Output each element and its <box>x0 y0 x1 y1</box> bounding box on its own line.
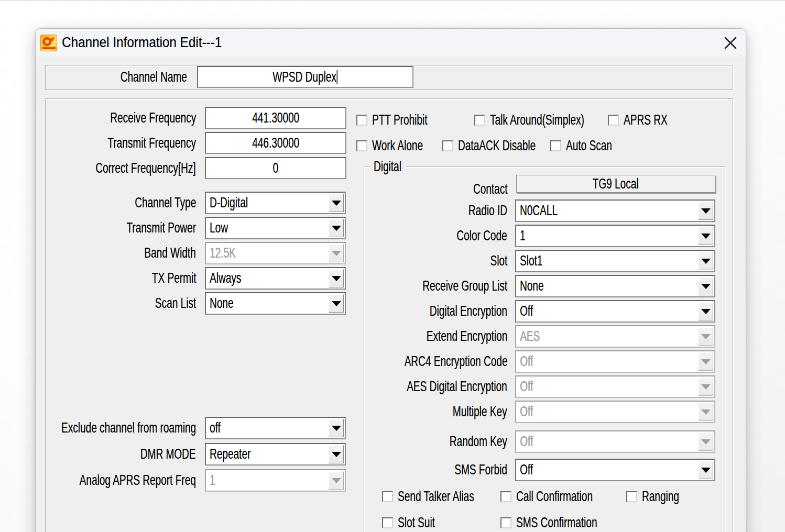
radio-id-select[interactable]: N0CALL <box>515 199 715 222</box>
tx-permit-label-text: TX Permit <box>151 270 196 286</box>
transmit-power-value-text: Low <box>210 218 228 238</box>
digital-encryption-select[interactable]: Off <box>515 300 715 323</box>
extend-encryption-value-text: AES <box>520 326 540 346</box>
multiple-key-value-text: Off <box>520 402 533 422</box>
band-width-value-text: 12.5K <box>210 243 236 263</box>
receive-frequency-value-text: 441.30000 <box>252 109 299 126</box>
dropdown-button <box>329 244 344 262</box>
checkbox-box[interactable] <box>500 491 511 502</box>
aes-digital-encryption-value-text: Off <box>520 376 533 396</box>
checkbox-label: PTT Prohibit <box>372 109 453 131</box>
color-code-label: Color Code <box>371 225 507 247</box>
checkbox-label: Call Confirmation <box>516 485 629 507</box>
dropdown-button[interactable] <box>329 194 344 212</box>
exclude-roaming-value-text: off <box>210 418 221 438</box>
contact-label: Contact <box>371 178 507 200</box>
dropdown-arrow-icon <box>332 301 341 306</box>
tx-permit-select[interactable]: Always <box>205 267 346 290</box>
dmr-mode-select[interactable]: Repeater <box>205 443 346 465</box>
multiple-key-label: Multiple Key <box>371 401 507 423</box>
arc4-encryption-code-label-text: ARC4 Encryption Code <box>404 353 507 370</box>
aprs-rx-label-text: APRS RX <box>624 109 668 131</box>
checkbox-box[interactable] <box>442 140 453 151</box>
exclude-roaming-label-text: Exclude channel from roaming <box>61 419 196 436</box>
dropdown-arrow-icon <box>701 439 711 445</box>
aes-digital-encryption-label: AES Digital Encryption <box>371 375 507 397</box>
page-top-line <box>0 0 785 1</box>
transmit-power-select[interactable]: Low <box>205 217 346 239</box>
analog-aprs-report-freq-select: 1 <box>205 469 346 492</box>
tx-permit-label: TX Permit <box>51 267 196 289</box>
analog-aprs-report-freq-label-text: Analog APRS Report Freq <box>80 472 196 489</box>
color-code-select[interactable]: 1 <box>515 225 715 247</box>
dropdown-button[interactable] <box>698 227 713 245</box>
checkbox-box[interactable] <box>382 491 393 502</box>
dataack-disable-label-text: DataACK Disable <box>458 135 536 157</box>
arc4-encryption-code-select: Off <box>515 350 715 373</box>
receive-group-list-select[interactable]: None <box>515 275 715 297</box>
checkbox-box[interactable] <box>550 140 561 151</box>
dropdown-button[interactable] <box>698 302 713 320</box>
dmr-mode-label-text: DMR MODE <box>140 446 196 462</box>
dropdown-button[interactable] <box>698 277 713 295</box>
sms-forbid-select[interactable]: Off <box>515 459 715 481</box>
correct-frequency-input[interactable]: 0 <box>205 157 346 179</box>
digital-encryption-value-text: Off <box>520 301 533 321</box>
dropdown-button[interactable] <box>329 445 344 463</box>
radio-id-label: Radio ID <box>371 199 507 221</box>
contact-field[interactable]: TG9 Local <box>516 175 715 193</box>
dropdown-button[interactable] <box>698 202 713 220</box>
slot-select[interactable]: Slot1 <box>515 250 715 272</box>
digital-encryption-label: Digital Encryption <box>371 300 507 322</box>
multiple-key-label-text: Multiple Key <box>453 403 507 420</box>
dropdown-arrow-icon <box>701 334 711 339</box>
channel-type-label: Channel Type <box>51 192 196 214</box>
channel-name-label: Channel Name <box>51 66 187 88</box>
transmit-power-label: Transmit Power <box>51 217 196 239</box>
checkbox-label: Ranging <box>642 485 696 507</box>
transmit-frequency-label-text: Transmit Frequency <box>107 135 196 151</box>
extend-encryption-select: AES <box>515 325 715 348</box>
dropdown-button[interactable] <box>698 461 713 479</box>
sms-forbid-value-text: Off <box>520 460 533 480</box>
channel-type-label-text: Channel Type <box>135 194 196 211</box>
dropdown-arrow-icon <box>701 409 711 415</box>
channel-type-select[interactable]: D-Digital <box>205 192 346 214</box>
random-key-label-text: Random Key <box>450 433 507 450</box>
checkbox-box[interactable] <box>608 115 619 126</box>
receive-frequency-input[interactable]: 441.30000 <box>205 107 346 129</box>
receive-group-list-label-text: Receive Group List <box>422 278 507 294</box>
checkbox-box[interactable] <box>474 115 485 126</box>
dropdown-button <box>698 403 713 421</box>
exclude-roaming-select[interactable]: off <box>205 417 346 439</box>
dialog-client-area: Channel Name WPSD Duplex Receive Frequen… <box>36 29 746 532</box>
checkbox-box[interactable] <box>500 517 511 528</box>
scan-list-select[interactable]: None <box>205 292 346 315</box>
receive-frequency-label: Receive Frequency <box>51 107 196 129</box>
checkbox-box[interactable] <box>382 517 393 528</box>
ranging-label-text: Ranging <box>642 485 679 507</box>
dropdown-button[interactable] <box>329 219 344 237</box>
slot-value-text: Slot1 <box>520 251 542 271</box>
aes-digital-encryption-label-text: AES Digital Encryption <box>407 378 507 395</box>
checkbox-box[interactable] <box>356 115 367 126</box>
aes-digital-encryption-select: Off <box>515 375 715 398</box>
checkbox-box[interactable] <box>626 491 637 502</box>
dropdown-button[interactable] <box>698 252 713 270</box>
transmit-frequency-input[interactable]: 446.30000 <box>205 132 346 154</box>
correct-frequency-label-text: Correct Frequency[Hz] <box>95 160 196 176</box>
dropdown-button[interactable] <box>329 269 344 287</box>
dropdown-button[interactable] <box>329 419 344 437</box>
receive-group-list-value-text: None <box>520 276 544 296</box>
multiple-key-select: Off <box>515 401 715 423</box>
checkbox-box[interactable] <box>356 140 367 151</box>
tx-permit-value-text: Always <box>210 268 241 288</box>
digital-encryption-label-text: Digital Encryption <box>430 303 507 319</box>
dropdown-button[interactable] <box>329 294 344 313</box>
checkbox-label: Work Alone <box>372 135 447 157</box>
slot-label-text: Slot <box>490 252 507 269</box>
send-talker-alias-label-text: Send Talker Alias <box>398 485 474 507</box>
dropdown-button <box>698 352 713 371</box>
channel-name-input[interactable]: WPSD Duplex <box>197 66 413 88</box>
slot-label: Slot <box>371 250 507 272</box>
